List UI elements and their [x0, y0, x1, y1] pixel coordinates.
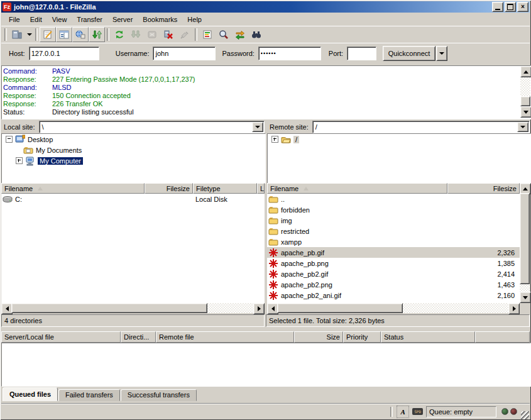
remote-file-row[interactable]: xampp — [267, 236, 520, 247]
synchronized-browsing-button[interactable] — [232, 27, 248, 42]
expand-icon[interactable] — [16, 157, 23, 164]
minimize-icon — [495, 9, 500, 10]
tab-queued-files[interactable]: Queued files — [3, 387, 58, 401]
disk-drive-icon — [3, 194, 13, 204]
scroll-right-button[interactable] — [253, 303, 265, 314]
menu-server[interactable]: Server — [107, 14, 138, 25]
log-label: Command: — [3, 84, 52, 92]
column-header-filesize[interactable]: Filesize — [447, 183, 520, 194]
menu-file[interactable]: File — [4, 14, 25, 25]
username-input[interactable] — [153, 47, 215, 60]
tree-item-desktop[interactable]: Desktop — [2, 134, 265, 145]
speed-limit-icon[interactable]: SPD — [412, 408, 423, 415]
remote-file-row[interactable]: apache_pb.png 1,385 — [267, 258, 520, 268]
disconnect-button[interactable] — [160, 27, 177, 42]
scroll-down-button[interactable] — [520, 292, 531, 303]
remote-file-row[interactable]: apache_pb2_ani.gif 2,160 — [267, 290, 520, 301]
scroll-down-button[interactable] — [520, 106, 531, 118]
local-horizontal-scrollbar[interactable] — [1, 303, 265, 313]
process-queue-button[interactable] — [128, 27, 144, 42]
remote-file-row[interactable]: img — [267, 215, 520, 226]
menu-edit[interactable]: Edit — [25, 14, 47, 25]
tree-item-root[interactable]: / — [268, 134, 530, 145]
password-input[interactable] — [259, 47, 320, 60]
remote-site-dropdown[interactable] — [517, 122, 528, 132]
file-name: forbidden — [281, 206, 457, 214]
tree-item-my-computer[interactable]: My Computer — [2, 155, 265, 166]
column-header-filetype[interactable]: Filetype — [193, 183, 257, 194]
toggle-remote-tree-button[interactable] — [72, 27, 89, 42]
remote-file-row-selected[interactable]: apache_pb.gif 2,326 — [267, 247, 520, 258]
remote-file-row[interactable]: apache_pb2.png 1,463 — [267, 279, 520, 290]
local-site-combo[interactable]: \ — [39, 121, 265, 133]
scroll-up-button[interactable] — [520, 66, 531, 77]
quickconnect-dropdown[interactable] — [436, 46, 447, 61]
menu-help[interactable]: Help — [182, 14, 207, 25]
resize-grip[interactable] — [521, 411, 529, 419]
remote-site-combo[interactable]: / — [312, 121, 530, 133]
column-header-priority[interactable]: Priority — [343, 331, 381, 343]
column-header-filename[interactable]: Filename — [1, 183, 145, 194]
remote-file-row[interactable]: restricted — [267, 226, 520, 236]
column-header-lastmodified[interactable]: L — [257, 183, 265, 194]
column-header-remote-file[interactable]: Remote file — [156, 331, 294, 343]
toggle-local-tree-button[interactable] — [56, 27, 72, 42]
dropdown-arrow-icon — [520, 126, 525, 128]
column-header-direction[interactable]: Directi... — [121, 331, 156, 343]
refresh-button[interactable] — [111, 27, 128, 42]
my-computer-icon — [25, 156, 35, 166]
title-bar[interactable]: Fz john@127.0.0.1 - FileZilla × — [1, 1, 530, 13]
magnifier-icon — [219, 30, 229, 40]
maximize-button[interactable] — [505, 2, 516, 12]
toggle-message-log-button[interactable] — [40, 27, 56, 42]
column-label: Server/Local file — [4, 333, 54, 341]
close-button[interactable]: × — [517, 2, 528, 12]
local-tree-icon — [59, 30, 69, 40]
quickconnect-button[interactable]: Quickconnect — [383, 46, 435, 61]
remote-vertical-scrollbar[interactable] — [520, 183, 530, 303]
reconnect-button[interactable] — [177, 27, 193, 42]
remote-file-row[interactable]: forbidden — [267, 204, 520, 215]
port-input[interactable] — [348, 47, 376, 60]
column-header-filesize[interactable]: Filesize — [145, 183, 193, 194]
scrollbar-thumb[interactable] — [520, 96, 530, 106]
reconnect-icon — [180, 30, 190, 40]
column-header-filename[interactable]: Filename — [267, 183, 447, 194]
filter-button[interactable] — [199, 27, 216, 42]
process-queue-icon — [131, 30, 141, 40]
expand-icon[interactable] — [271, 136, 278, 143]
local-file-row[interactable]: C: Local Disk — [1, 194, 265, 204]
tab-failed-transfers[interactable]: Failed transfers — [58, 389, 120, 401]
file-size: 2,326 — [457, 249, 520, 257]
tree-item-my-documents[interactable]: My Documents — [2, 145, 265, 155]
column-header-size[interactable]: Size — [294, 331, 343, 343]
remote-file-row[interactable]: apache_pb2.gif 2,414 — [267, 268, 520, 279]
menu-transfer[interactable]: Transfer — [72, 14, 107, 25]
site-manager-dropdown[interactable] — [25, 28, 33, 41]
log-scrollbar[interactable] — [520, 66, 530, 118]
toggle-transfer-queue-button[interactable] — [89, 27, 105, 42]
find-files-button[interactable] — [248, 27, 265, 42]
scrollbar-thumb[interactable] — [520, 193, 530, 284]
collapse-icon[interactable] — [6, 136, 13, 143]
scrollbar-thumb[interactable] — [277, 303, 403, 313]
transfer-queue-icon — [92, 30, 102, 40]
host-label: Host: — [9, 50, 25, 57]
remote-file-row[interactable]: .. — [267, 194, 520, 204]
transfer-type-indicator[interactable]: A — [397, 406, 409, 418]
menu-bookmarks[interactable]: Bookmarks — [138, 14, 182, 25]
local-site-dropdown[interactable] — [252, 122, 263, 132]
host-input[interactable] — [30, 47, 99, 60]
scrollbar-thumb[interactable] — [11, 303, 207, 313]
minimize-button[interactable] — [492, 2, 503, 12]
remote-horizontal-scrollbar[interactable] — [267, 303, 520, 313]
column-header-status[interactable]: Status — [381, 331, 475, 343]
tab-successful-transfers[interactable]: Successful transfers — [121, 389, 197, 401]
menu-view[interactable]: View — [47, 14, 72, 25]
scroll-right-button[interactable] — [508, 303, 520, 314]
cancel-button[interactable] — [144, 27, 160, 42]
site-manager-button[interactable] — [9, 27, 25, 42]
log-label: Response: — [3, 92, 52, 100]
column-header-server-local-file[interactable]: Server/Local file — [1, 331, 121, 343]
directory-comparison-button[interactable] — [216, 27, 232, 42]
